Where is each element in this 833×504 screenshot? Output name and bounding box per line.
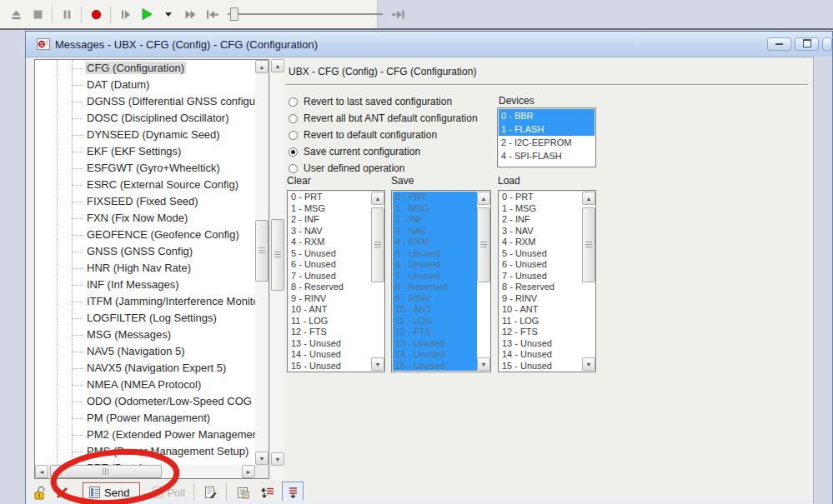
devices-listbox[interactable]: 0 - BBR1 - FLASH2 - I2C-EEPROM4 - SPI-FL… (497, 107, 596, 167)
list-item[interactable]: 12 - FTS (393, 327, 477, 338)
tree-item[interactable]: DGNSS (Differential GNSS configura (35, 93, 255, 110)
tree-item[interactable]: DAT (Datum) (35, 77, 255, 93)
tree-item[interactable]: ESRC (External Source Config) (35, 177, 255, 193)
scroll-up-button[interactable]: ▲ (582, 192, 595, 205)
list-item[interactable]: 8 - Reserved (393, 282, 477, 293)
list-item[interactable]: 4 - RXM (289, 237, 371, 248)
scroll-left-button[interactable]: ◄ (35, 465, 48, 478)
radio-option[interactable]: Save current configuration (289, 143, 478, 160)
list-item[interactable]: 0 - PRT (499, 192, 582, 203)
list-item[interactable]: 4 - RXM (499, 237, 582, 248)
list-item[interactable]: 1 - MSG (499, 203, 582, 215)
list-item[interactable]: 12 - FTS (499, 327, 582, 338)
list-item[interactable]: 6 - Unused (289, 259, 371, 271)
tree-item[interactable]: MSG (Messages) (35, 327, 255, 343)
list-item[interactable]: 13 - Unused (393, 338, 477, 350)
list-item[interactable]: 11 - LOG (289, 316, 371, 327)
scroll-down-button[interactable]: ▼ (477, 357, 490, 371)
radio-option[interactable]: Revert all but ANT default configuration (289, 110, 478, 127)
scroll-up-button[interactable]: ▲ (271, 59, 284, 72)
list-scrollbar[interactable]: ▲ ▼ (371, 191, 384, 372)
list-item[interactable]: 11 - LOG (393, 316, 477, 327)
tree-item[interactable]: NMEA (NMEA Protocol) (35, 377, 255, 393)
tree-item[interactable]: ITFM (Jamming/Interference Monito (35, 293, 255, 310)
list-item[interactable]: 3 - NAV (499, 226, 582, 237)
scroll-up-button[interactable]: ▲ (255, 60, 268, 73)
list-scrollbar[interactable]: ▲ ▼ (477, 191, 490, 372)
restore-button[interactable] (795, 37, 819, 51)
list-item[interactable]: 10 - ANT (499, 304, 582, 316)
scroll-down-button[interactable]: ▼ (255, 452, 268, 465)
list-item[interactable]: 7 - Unused (289, 271, 371, 282)
tree-item[interactable]: CFG (Configuration) (35, 60, 255, 77)
list-item[interactable]: 5 - Unused (393, 248, 477, 260)
tree-item[interactable]: PM2 (Extended Power Managemen (35, 427, 255, 443)
step-forward-icon[interactable] (115, 4, 135, 24)
eject-icon[interactable] (6, 4, 26, 24)
tree-item[interactable]: NAV5 (Navigation 5) (35, 343, 255, 360)
fast-forward-icon[interactable] (180, 4, 200, 24)
list-item[interactable]: 0 - BBR (499, 109, 595, 122)
position-slider[interactable] (228, 4, 383, 24)
stop-icon[interactable] (28, 4, 48, 24)
list-item[interactable]: 2 - INF (393, 214, 477, 226)
list-item[interactable]: 10 - ANT (289, 304, 371, 316)
form-vertical-scrollbar[interactable]: ▲ ▼ (271, 59, 284, 479)
list-item[interactable]: 12 - FTS (289, 327, 371, 338)
window-titlebar[interactable]: Messages - UBX - CFG (Config) - CFG (Con… (26, 32, 832, 57)
scroll-thumb[interactable] (50, 465, 162, 478)
record-icon[interactable] (86, 4, 106, 24)
list-item[interactable]: 14 - Unused (393, 349, 477, 361)
list-item[interactable]: 7 - Unused (393, 271, 477, 282)
list-item[interactable]: 4 - SPI-FLASH (499, 149, 595, 162)
scroll-thumb[interactable] (371, 207, 384, 282)
list-item[interactable]: 1 - FLASH (499, 122, 595, 136)
pause-icon[interactable] (57, 4, 77, 24)
list-item[interactable]: 3 - NAV (393, 226, 477, 237)
tree-item[interactable]: DYNSEED (Dynamic Seed) (35, 127, 255, 143)
tree-item[interactable]: HNR (High Nav Rate) (35, 260, 255, 277)
scroll-right-button[interactable]: ► (242, 465, 255, 478)
slider-handle[interactable] (230, 7, 238, 21)
tree-item[interactable]: LOGFILTER (Log Settings) (35, 310, 255, 327)
play-icon[interactable] (137, 4, 157, 24)
list-item[interactable]: 14 - Unused (289, 349, 371, 361)
list-item[interactable]: 15 - Unused (499, 361, 582, 372)
tree-item[interactable]: FXN (Fix Now Mode) (35, 210, 255, 227)
scroll-up-button[interactable]: ▲ (477, 192, 490, 205)
list-item[interactable]: 8 - Reserved (499, 282, 582, 293)
list-item[interactable]: 9 - RINV (289, 293, 371, 305)
tree-item[interactable]: GEOFENCE (Geofence Config) (35, 227, 255, 243)
tree-item[interactable]: PMS (Power Management Setup) (35, 443, 255, 460)
tree-item[interactable]: INF (Inf Messages) (35, 277, 255, 293)
list-item[interactable]: 1 - MSG (289, 203, 371, 215)
radio-option[interactable]: User defined operation (289, 160, 478, 177)
tree-item[interactable]: EKF (EKF Settings) (35, 143, 255, 160)
tree-item[interactable]: DOSC (Disciplined Oscillator) (35, 110, 255, 127)
scroll-thumb[interactable] (477, 207, 490, 282)
tree-item[interactable]: ODO (Odometer/Low-Speed COG f (35, 393, 255, 410)
list-item[interactable]: 4 - RXM (393, 237, 477, 248)
radio-option[interactable]: Revert to last saved configuration (289, 93, 478, 110)
list-item[interactable]: 2 - I2C-EEPROM (499, 136, 595, 149)
list-item[interactable]: 6 - Unused (499, 259, 582, 271)
list-item[interactable]: 5 - Unused (499, 248, 582, 260)
list-item[interactable]: 2 - INF (289, 214, 371, 226)
scroll-down-button[interactable]: ▼ (271, 452, 284, 466)
skip-to-start-icon[interactable] (202, 4, 222, 24)
list-item[interactable]: 8 - Reserved (289, 282, 371, 293)
tree-vertical-scrollbar[interactable]: ▲ ▼ (255, 60, 268, 465)
list-item[interactable]: 0 - PRT (393, 192, 477, 203)
list-item[interactable]: 1 - MSG (393, 203, 477, 215)
scroll-thumb[interactable] (255, 220, 268, 282)
send-button[interactable]: Send (83, 482, 140, 502)
minimize-button[interactable] (767, 37, 791, 51)
tree-item[interactable]: PM (Power Management) (35, 410, 255, 427)
list-item[interactable]: 11 - LOG (499, 316, 582, 327)
red-x-icon[interactable] (53, 483, 71, 502)
list-item[interactable]: 0 - PRT (289, 192, 371, 203)
tree-horizontal-scrollbar[interactable]: ◄ ► (35, 465, 255, 478)
scroll-thumb[interactable] (271, 219, 284, 291)
poll-button[interactable]: Poll (147, 482, 190, 502)
save-listbox[interactable]: 0 - PRT1 - MSG2 - INF3 - NAV4 - RXM5 - U… (391, 190, 491, 372)
